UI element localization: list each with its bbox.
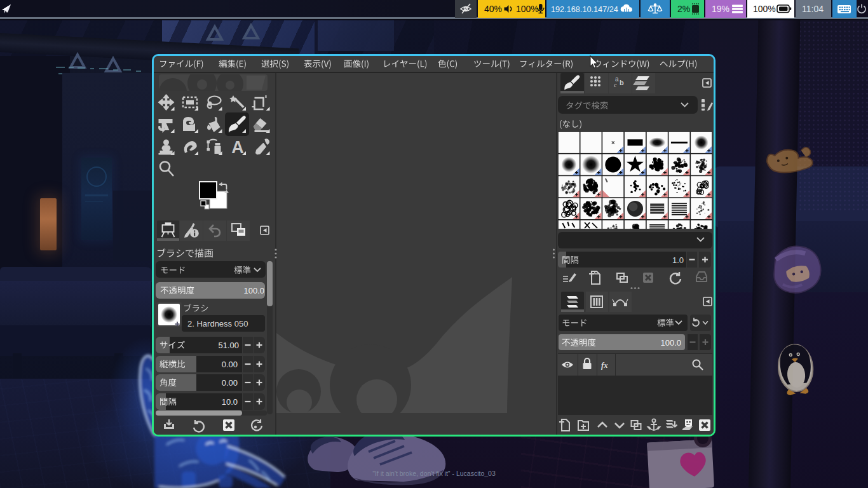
svg-text:"If it ain't broke, don't fix: "If it ain't broke, don't fix it" - Luca… (372, 470, 496, 477)
svg-text:100%: 100% (516, 4, 539, 14)
svg-text:192.168.10.147/24: 192.168.10.147/24 (551, 5, 618, 14)
svg-text:19%: 19% (712, 4, 729, 14)
svg-text:100%: 100% (753, 4, 776, 14)
svg-text:2%: 2% (677, 4, 690, 14)
svg-text:11:04: 11:04 (802, 4, 824, 14)
svg-text:40%: 40% (484, 4, 502, 14)
